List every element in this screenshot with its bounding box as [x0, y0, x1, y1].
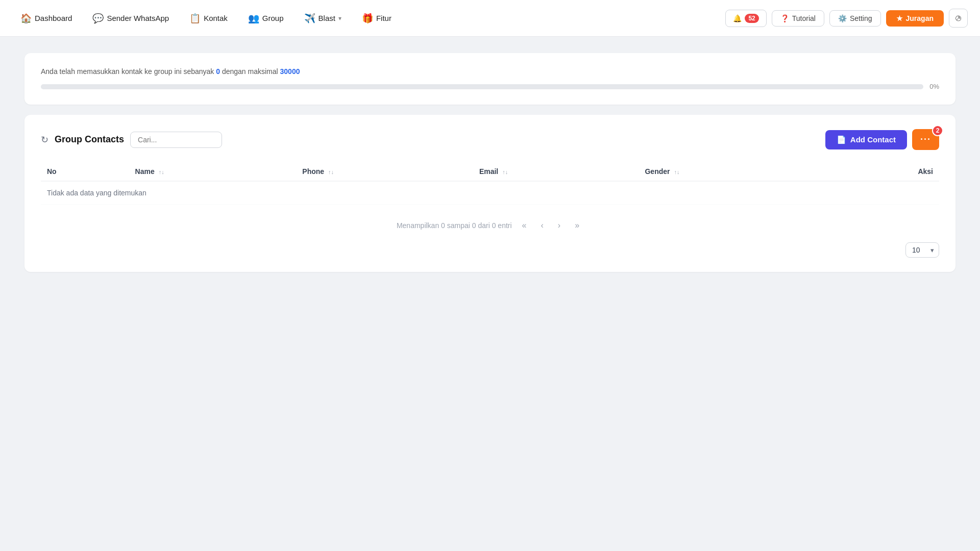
nav-item-blast[interactable]: ✈️ Blast ▾ [296, 9, 350, 28]
main-content: Anda telah memasukkan kontak ke group in… [0, 37, 980, 288]
table-card: ↻ Group Contacts 📄 Add Contact ··· 2 No [24, 115, 955, 272]
tutorial-label: Tutorial [792, 14, 816, 22]
nav-label-dashboard: Dashboard [35, 14, 72, 22]
more-actions-badge: 2 [932, 125, 943, 136]
home-icon: 🏠 [20, 13, 32, 24]
sort-phone-icon: ↑↓ [328, 169, 334, 175]
logout-button[interactable]: ⎋ [949, 9, 968, 28]
pagination-text: Menampilkan 0 sampai 0 dari 0 entri [397, 221, 512, 230]
last-page-button[interactable]: » [571, 219, 583, 232]
no-data-row: Tidak ada data yang ditemukan [41, 181, 939, 205]
next-page-button[interactable]: › [554, 219, 565, 232]
col-name[interactable]: Name ↑↓ [129, 162, 297, 181]
table-body: Tidak ada data yang ditemukan [41, 181, 939, 205]
nav-label-sender-whatsapp: Sender WhatsApp [107, 14, 169, 22]
table-header-row: ↻ Group Contacts 📄 Add Contact ··· 2 [41, 129, 939, 150]
sort-email-icon: ↑↓ [502, 169, 508, 175]
nav-item-sender-whatsapp[interactable]: 💬 Sender WhatsApp [84, 9, 177, 28]
sort-gender-icon: ↑↓ [674, 169, 679, 175]
refresh-icon[interactable]: ↻ [41, 134, 48, 145]
juragan-label: Juragan [906, 14, 934, 22]
col-aksi-label: Aksi [918, 167, 933, 176]
col-gender[interactable]: Gender ↑↓ [639, 162, 828, 181]
nav-item-group[interactable]: 👥 Group [240, 9, 292, 28]
add-contact-icon: 📄 [837, 135, 846, 144]
info-text: Anda telah memasukkan kontak ke group in… [41, 67, 939, 76]
more-actions-dots: ··· [920, 134, 931, 145]
nav-label-kontak: Kontak [204, 14, 228, 22]
navbar: 🏠 Dashboard 💬 Sender WhatsApp 📋 Kontak 👥… [0, 0, 980, 37]
info-middle: dengan maksimal [220, 67, 280, 76]
max-count: 30000 [280, 67, 300, 76]
per-page-wrapper: 10 25 50 100 ▾ [905, 242, 939, 258]
nav-label-blast: Blast [318, 14, 335, 22]
bell-icon: 🔔 [733, 14, 742, 22]
col-email[interactable]: Email ↑↓ [473, 162, 639, 181]
pagination-row: Menampilkan 0 sampai 0 dari 0 entri « ‹ … [41, 219, 939, 232]
first-page-button[interactable]: « [518, 219, 531, 232]
nav-right: 🔔 52 ❓ Tutorial ⚙️ Setting ★ Juragan ⎋ [725, 9, 968, 28]
progress-label: 0% [929, 83, 939, 90]
col-no: No [41, 162, 129, 181]
col-email-label: Email [479, 167, 498, 176]
table-head: No Name ↑↓ Phone ↑↓ Email ↑↓ [41, 162, 939, 181]
nav-label-fitur: Fitur [376, 14, 391, 22]
logout-icon: ⎋ [955, 13, 961, 23]
col-phone[interactable]: Phone ↑↓ [296, 162, 473, 181]
table-title: Group Contacts [55, 134, 124, 145]
nav-item-fitur[interactable]: 🎁 Fitur [354, 9, 400, 28]
data-table: No Name ↑↓ Phone ↑↓ Email ↑↓ [41, 162, 939, 205]
info-prefix: Anda telah memasukkan kontak ke group in… [41, 67, 216, 76]
more-actions-button[interactable]: ··· 2 [912, 129, 939, 150]
blast-icon: ✈️ [304, 13, 315, 24]
col-name-label: Name [135, 167, 155, 176]
col-phone-label: Phone [302, 167, 324, 176]
no-data-text: Tidak ada data yang ditemukan [41, 181, 939, 205]
setting-label: Setting [850, 14, 872, 22]
col-no-label: No [47, 167, 57, 176]
nav-label-group: Group [262, 14, 284, 22]
nav-left: 🏠 Dashboard 💬 Sender WhatsApp 📋 Kontak 👥… [12, 9, 725, 28]
group-icon: 👥 [248, 13, 259, 24]
per-page-row: 10 25 50 100 ▾ [41, 242, 939, 258]
progress-bar-bg [41, 84, 923, 89]
prev-page-button[interactable]: ‹ [537, 219, 548, 232]
header-actions: 📄 Add Contact ··· 2 [825, 129, 939, 150]
whatsapp-icon: 💬 [92, 13, 104, 24]
star-icon: ★ [896, 14, 903, 22]
setting-button[interactable]: ⚙️ Setting [829, 10, 881, 27]
tutorial-icon: ❓ [780, 14, 789, 22]
info-card: Anda telah memasukkan kontak ke group in… [24, 53, 955, 105]
juragan-button[interactable]: ★ Juragan [886, 10, 944, 27]
col-aksi: Aksi [828, 162, 939, 181]
search-input[interactable] [130, 132, 222, 148]
col-gender-label: Gender [645, 167, 670, 176]
nav-item-kontak[interactable]: 📋 Kontak [181, 9, 236, 28]
sort-name-icon: ↑↓ [159, 169, 164, 175]
fitur-icon: 🎁 [362, 13, 373, 24]
kontak-icon: 📋 [189, 13, 201, 24]
gear-icon: ⚙️ [838, 14, 847, 22]
add-contact-label: Add Contact [850, 135, 896, 144]
chevron-down-icon: ▾ [338, 15, 341, 22]
notification-button[interactable]: 🔔 52 [725, 10, 766, 27]
add-contact-button[interactable]: 📄 Add Contact [825, 130, 907, 149]
progress-row: 0% [41, 83, 939, 90]
current-count: 0 [216, 67, 220, 76]
nav-item-dashboard[interactable]: 🏠 Dashboard [12, 9, 80, 28]
tutorial-button[interactable]: ❓ Tutorial [772, 10, 824, 27]
per-page-select[interactable]: 10 25 50 100 [905, 242, 939, 258]
notification-badge: 52 [745, 14, 758, 23]
